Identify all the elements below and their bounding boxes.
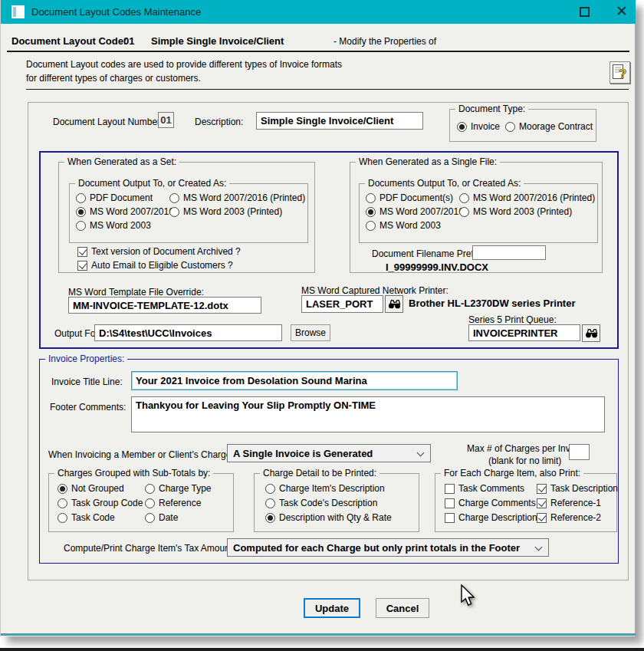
checkbox-auto-email[interactable]: Auto Email to Eligible Customers ? <box>77 260 233 271</box>
radio-not-grouped[interactable]: Not Grouped <box>58 483 124 494</box>
radio-icon <box>459 193 469 203</box>
titlebar: Document Layout Codes Maintenance ✕ <box>1 0 636 24</box>
radio-label: PDF Document <box>90 192 153 203</box>
checkbox-icon <box>77 247 87 257</box>
radio-single-word2003-printed[interactable]: MS Word 2003 (Printed) <box>459 206 572 217</box>
charge-detail-legend: Charge Detail to be Printed: <box>260 468 380 478</box>
checkbox-icon <box>537 513 547 523</box>
dialog-window: Document Layout Codes Maintenance ✕ Docu… <box>0 0 635 636</box>
charge-detail-group: Charge Detail to be Printed: Charge Item… <box>254 473 419 532</box>
svg-text:?: ? <box>619 67 626 81</box>
template-override-field[interactable]: MM-INVOICE-TEMPLATE-12.dotx <box>68 297 261 314</box>
invoicing-mode-dropdown[interactable]: A Single Invoice is Generated <box>227 444 431 462</box>
checkbox-label: Reference-2 <box>550 512 601 523</box>
radio-icon <box>505 122 515 132</box>
max-charges-field[interactable] <box>569 444 590 460</box>
radio-single-word2007[interactable]: MS Word 2007/2016 <box>366 206 464 217</box>
checkbox-text-archived[interactable]: Text version of Document Archived ? <box>77 246 241 257</box>
checkbox-icon <box>537 498 547 508</box>
checkbox-label: Reference-1 <box>550 498 601 508</box>
also-print-group: For Each Charge Item, also Print: Task C… <box>435 473 617 532</box>
radio-icon <box>169 207 179 217</box>
radio-charge-type[interactable]: Charge Type <box>145 483 212 494</box>
radio-set-word2003[interactable]: MS Word 2003 <box>76 220 151 231</box>
printer-port-field[interactable]: LASER_PORT <box>301 295 383 313</box>
set-group: When Generated as a Set: Document Output… <box>58 162 315 273</box>
filename-prefix-field[interactable] <box>472 245 546 260</box>
radio-icon <box>58 513 67 523</box>
checkbox-reference-2[interactable]: Reference-2 <box>537 512 601 523</box>
header-code-label: Document Layout Code: <box>12 35 127 47</box>
print-queue-label: Series 5 Print Queue: <box>468 314 557 325</box>
footer-comments-field[interactable]: Thankyou for Leaving Your Slip Promptly … <box>131 396 605 432</box>
invoice-title-field[interactable]: Your 2021 Invoice from Desolation Sound … <box>131 371 458 390</box>
update-button[interactable]: Update <box>304 598 360 618</box>
checkbox-label: Task Comments <box>458 483 524 494</box>
radio-date[interactable]: Date <box>145 512 178 523</box>
print-queue-field[interactable]: INVOICEPRINTER <box>468 324 580 341</box>
radio-description-qty-rate[interactable]: Description with Qty & Rate <box>265 512 392 523</box>
radio-label: Charge Item's Description <box>279 483 385 494</box>
max-charges-hint: (blank for no limit) <box>488 455 561 466</box>
set-group-legend: When Generated as a Set: <box>64 156 179 167</box>
radio-icon <box>459 207 469 217</box>
browse-button[interactable]: Browse <box>291 324 330 341</box>
radio-label: Task Code's Description <box>279 498 377 508</box>
radio-charge-items-description[interactable]: Charge Item's Description <box>265 483 385 494</box>
radio-single-pdf[interactable]: PDF Document(s) <box>366 192 453 203</box>
set-output-legend: Document Output To, or Created As: <box>75 178 229 189</box>
radio-set-word2007-printed[interactable]: MS Word 2007/2016 (Printed) <box>169 192 305 203</box>
radio-task-code[interactable]: Task Code <box>58 512 115 523</box>
radio-icon <box>265 498 275 508</box>
radio-reference[interactable]: Reference <box>145 498 201 508</box>
queue-find-button[interactable] <box>582 324 600 342</box>
checkbox-charge-description[interactable]: Charge Description <box>445 512 537 523</box>
radio-label: PDF Document(s) <box>380 192 453 203</box>
radio-icon <box>145 498 155 508</box>
screen-edge <box>0 648 644 651</box>
checkbox-icon <box>445 484 455 494</box>
printer-find-button[interactable] <box>385 295 403 313</box>
chevron-down-icon <box>417 449 425 457</box>
checkbox-task-description[interactable]: Task Description <box>537 483 618 494</box>
single-output-group: Documents Output To, or Created As: PDF … <box>359 183 598 243</box>
radio-set-word2007[interactable]: MS Word 2007/2016 <box>76 206 174 217</box>
description-field[interactable]: Simple Single Invoice/Client <box>256 112 423 130</box>
radio-task-group-code[interactable]: Task Group Code <box>58 498 143 508</box>
radio-icon <box>145 484 155 494</box>
cancel-button[interactable]: Cancel <box>376 598 429 618</box>
tax-amounts-dropdown[interactable]: Computed for each Charge but only print … <box>227 538 549 557</box>
radio-icon <box>58 484 67 494</box>
checkbox-icon <box>77 261 87 271</box>
also-print-legend: For Each Charge Item, also Print: <box>441 468 583 478</box>
checkbox-reference-1[interactable]: Reference-1 <box>537 498 601 508</box>
radio-single-word2003[interactable]: MS Word 2003 <box>366 220 441 231</box>
maximize-icon[interactable] <box>580 7 590 17</box>
checkbox-charge-comments[interactable]: Charge Comments <box>445 498 536 508</box>
radio-single-word2007-printed[interactable]: MS Word 2007/2016 (Printed) <box>459 192 595 203</box>
checkbox-label: Charge Comments <box>458 498 536 508</box>
help-button[interactable]: ? <box>610 61 630 84</box>
radio-label: MS Word 2007/2016 (Printed) <box>183 192 305 203</box>
close-icon[interactable]: ✕ <box>616 3 628 20</box>
document-type-group: Document Type: Invoice Moorage Contract <box>449 109 596 142</box>
radio-icon <box>265 513 275 523</box>
output-folder-field[interactable]: D:\S4\test\UCC\Invoices <box>94 324 282 341</box>
radio-set-pdf[interactable]: PDF Document <box>76 192 153 203</box>
single-file-group: When Generated as a Single File: Documen… <box>350 162 603 273</box>
radio-icon <box>265 484 275 494</box>
radio-invoice[interactable]: Invoice <box>457 121 500 132</box>
invoice-title-label: Invoice Title Line: <box>51 376 123 387</box>
header-code-name: Simple Single Invoice/Client <box>151 35 284 47</box>
checkbox-task-comments[interactable]: Task Comments <box>445 483 524 494</box>
radio-set-word2003-printed[interactable]: MS Word 2003 (Printed) <box>169 206 282 217</box>
checkbox-icon <box>537 484 547 494</box>
divider <box>7 51 629 52</box>
radio-icon <box>366 193 376 203</box>
radio-moorage-contract[interactable]: Moorage Contract <box>505 121 593 132</box>
radio-icon <box>366 221 376 231</box>
invoicing-mode-label: When Invoicing a Member or Client's Char… <box>48 449 238 460</box>
header-modify-text: - Modify the Properties of <box>334 36 436 47</box>
filename-prefix-label: Document Filename Prefix: <box>372 248 483 259</box>
radio-task-codes-description[interactable]: Task Code's Description <box>265 498 377 508</box>
